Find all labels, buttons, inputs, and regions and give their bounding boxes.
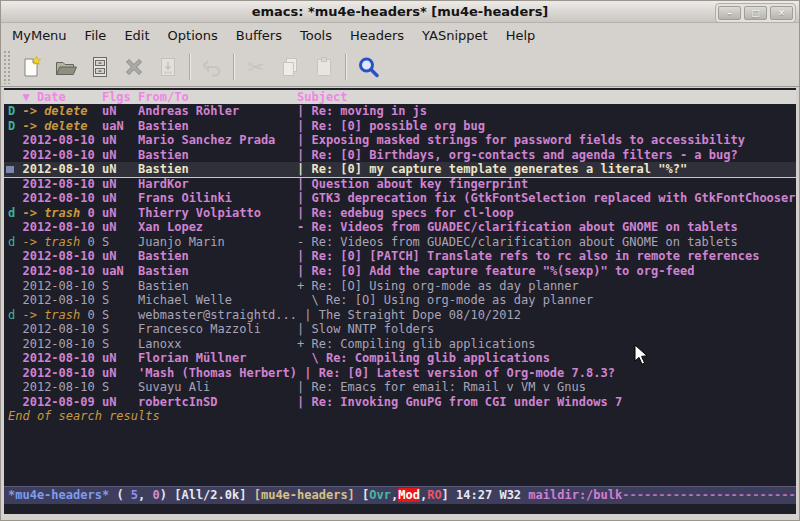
date-cell: 2012-08-10 — [22, 148, 101, 162]
mark-char: D — [8, 104, 22, 118]
subject-cell: - Re: Videos from GUADEC/clarification a… — [297, 220, 738, 234]
menu-bar: MyMenuFileEditOptionsBuffersToolsHeaders… — [1, 23, 799, 47]
menu-file[interactable]: File — [76, 25, 116, 46]
mark-action: -> trash — [22, 235, 80, 249]
message-row[interactable]: D -> delete uN Andreas Röhler | Re: movi… — [4, 104, 796, 119]
message-row[interactable]: 2012-08-10 uN Xan Lopez - Re: Videos fro… — [4, 220, 796, 235]
menu-options[interactable]: Options — [159, 25, 227, 46]
menu-headers[interactable]: Headers — [341, 25, 413, 46]
subject-cell: + Re: Compiling glib applications — [297, 337, 535, 351]
message-row[interactable]: 2012-08-10 S Lanoxx + Re: Compiling glib… — [4, 337, 796, 352]
flags-cell: uN — [102, 191, 138, 205]
date-cell — [87, 119, 101, 133]
modeline-plain: , — [138, 488, 152, 502]
date-cell: 2012-08-09 — [22, 395, 101, 409]
mark-char — [8, 264, 22, 278]
mark-char — [8, 220, 22, 234]
search-magnifier-icon — [356, 55, 380, 79]
flags-cell: uaN — [102, 264, 138, 278]
message-row[interactable]: 2012-08-10 uN HardKor | Question about k… — [4, 177, 796, 192]
flags-cell: uaN — [102, 119, 138, 133]
modeline-plain: [ — [355, 488, 369, 502]
message-row[interactable]: 2012-08-10 uN Mario Sanchez Prada | Expo… — [4, 133, 796, 148]
subject-cell: | GTK3 deprecation fix (GtkFontSelection… — [297, 191, 796, 205]
mark-char — [8, 249, 22, 263]
subject-cell: | Exposing masked strings for password f… — [297, 133, 745, 147]
from-cell: Mario Sanchez Prada — [138, 133, 297, 147]
from-cell: Francesco Mazzoli — [138, 322, 297, 336]
message-row[interactable]: 2012-08-10 uN Bastien | Re: [0] Birthday… — [4, 148, 796, 163]
modeline-dashes: ------------------------------ — [622, 488, 796, 502]
menu-mymenu[interactable]: MyMenu — [3, 25, 76, 46]
close-button[interactable]: ✕ — [770, 6, 793, 20]
minibuffer[interactable] — [4, 504, 796, 514]
modeline-num-violet: 0 — [153, 488, 160, 502]
message-row[interactable]: 2012-08-10 uN 'Mash (Thomas Herbert) | R… — [4, 366, 796, 381]
message-row[interactable]: d -> trash 0 S webmaster@straightd... | … — [4, 308, 796, 323]
subject-cell: | Re: Invoking GnuPG from CGI under Wind… — [297, 395, 622, 409]
flags-cell: uN — [102, 351, 138, 365]
menu-buffers[interactable]: Buffers — [227, 25, 291, 46]
menu-yasnippet[interactable]: YASnippet — [413, 25, 497, 46]
flags-cell: uN — [102, 177, 138, 191]
title-bar[interactable]: emacs: *mu4e-headers* [mu4e-headers] – □… — [1, 1, 799, 23]
subject-cell: | Re: [0] possible org bug — [297, 119, 485, 133]
new-file-button[interactable] — [15, 51, 49, 83]
mark-char — [8, 366, 22, 380]
message-row[interactable]: 2012-08-10 S Francesco Mazzoli | Slow NN… — [4, 322, 796, 337]
subject-cell: - Re: Videos from GUADEC/clarification a… — [297, 235, 738, 249]
subject-cell: + Re: [O] Using org-mode as day planner — [297, 279, 579, 293]
text-cursor — [6, 166, 14, 173]
toolbar-grip-handle[interactable] — [3, 50, 11, 84]
message-row[interactable]: 2012-08-10 uN Bastien | Re: [0] [PATCH] … — [4, 249, 796, 264]
message-row[interactable]: d -> trash 0 uN Thierry Volpiatto | Re: … — [4, 206, 796, 221]
flags-cell: S — [102, 322, 138, 336]
close-buffer-button[interactable] — [117, 51, 151, 83]
message-row[interactable]: 2012-08-10 S Suvayu Ali | Re: Emacs for … — [4, 380, 796, 395]
date-cell: 2012-08-10 — [22, 293, 101, 307]
menu-help[interactable]: Help — [497, 25, 545, 46]
modeline-num-blue: 5 — [131, 488, 138, 502]
from-cell: Michael Welle — [138, 293, 297, 307]
message-row[interactable]: 2012-08-10 uaN Bastien | Re: [0] Add the… — [4, 264, 796, 279]
date-cell: 2012-08-10 — [22, 191, 101, 205]
message-row[interactable]: 2012-08-10 S Michael Welle \ Re: [O] Usi… — [4, 293, 796, 308]
message-row[interactable]: 2012-08-10 uN Bastien | Re: [0] my captu… — [4, 162, 796, 177]
mode-line: *mu4e-headers* ( 5, 0) [All/2.0k] [mu4e-… — [4, 486, 796, 504]
mark-char — [8, 148, 22, 162]
toolbar-separator — [189, 54, 191, 80]
mark-char — [8, 395, 22, 409]
minimize-button[interactable]: – — [718, 6, 741, 20]
subject-cell: | Re: edebug specs for cl-loop — [297, 206, 514, 220]
emacs-content-area: ▼ Date Flgs From/To Subject D -> delete … — [4, 88, 796, 514]
message-row[interactable]: 2012-08-09 uN robertcInSD | Re: Invoking… — [4, 395, 796, 410]
message-row[interactable]: 2012-08-10 uN Florian Müllner \ Re: Comp… — [4, 351, 796, 366]
subject-cell: | Slow NNTP folders — [297, 322, 434, 336]
message-row[interactable]: d -> trash 0 S Juanjo Marin - Re: Videos… — [4, 235, 796, 250]
from-cell: Frans Oilinki — [138, 191, 297, 205]
close-x-icon — [122, 55, 146, 79]
subject-cell: \ Re: Compiling glib applications — [297, 351, 550, 365]
message-row[interactable]: D -> delete uaN Bastien | Re: [0] possib… — [4, 119, 796, 134]
message-row[interactable]: 2012-08-10 uN Frans Oilinki | GTK3 depre… — [4, 191, 796, 206]
date-cell: 2012-08-10 — [22, 133, 101, 147]
new-file-icon — [20, 55, 44, 79]
search-button[interactable] — [351, 51, 385, 83]
from-cell: Bastien — [138, 148, 297, 162]
modeline-buffer-name: *mu4e-headers* — [8, 488, 109, 502]
open-folder-button[interactable] — [49, 51, 83, 83]
modeline-violet: maildir:/bulk — [528, 488, 622, 502]
mark-action: -> trash — [22, 206, 80, 220]
flags-cell: S — [102, 308, 138, 322]
date-cell: 2012-08-10 — [22, 264, 101, 278]
mark-char — [8, 293, 22, 307]
menu-edit[interactable]: Edit — [115, 25, 158, 46]
menu-tools[interactable]: Tools — [291, 25, 341, 46]
save-archive-button[interactable] — [83, 51, 117, 83]
toolbar-separator — [345, 54, 347, 80]
maximize-button[interactable]: □ — [744, 6, 767, 20]
undo-button — [195, 51, 229, 83]
mark-char — [8, 191, 22, 205]
message-row[interactable]: 2012-08-10 S Bastien + Re: [O] Using org… — [4, 279, 796, 294]
end-of-results-message: End of search results — [4, 409, 796, 424]
